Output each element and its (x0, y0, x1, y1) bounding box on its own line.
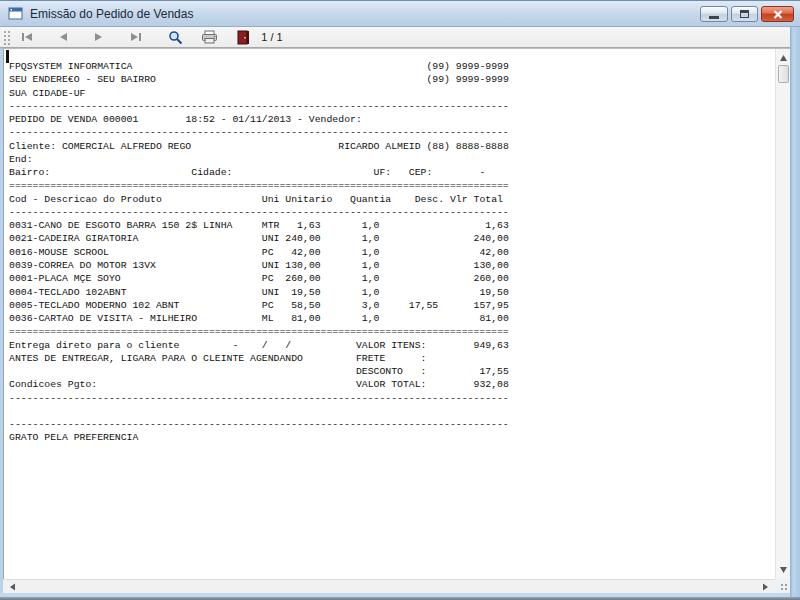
vertical-scrollbar[interactable] (775, 49, 790, 579)
maximize-button[interactable] (731, 6, 758, 22)
last-page-button[interactable] (123, 28, 147, 46)
report-preview-window: Emissão do Pedido de Vendas (0, 0, 800, 597)
scrollbar-corner (775, 579, 790, 593)
form-icon (8, 7, 24, 21)
minimize-button[interactable] (700, 6, 728, 22)
printer-icon (201, 30, 218, 44)
window-title: Emissão do Pedido de Vendas (30, 7, 193, 21)
scroll-up-icon[interactable] (776, 53, 791, 63)
next-page-icon (94, 32, 104, 42)
page-indicator: 1 / 1 (250, 31, 294, 43)
first-page-icon (21, 32, 34, 42)
door-icon (237, 30, 250, 45)
zoom-button[interactable] (163, 28, 187, 46)
scroll-left-icon[interactable] (7, 580, 17, 594)
last-page-icon (129, 32, 142, 42)
previous-page-button[interactable] (51, 28, 75, 46)
print-button[interactable] (197, 28, 221, 46)
close-button[interactable] (761, 6, 794, 22)
scroll-down-icon[interactable] (776, 565, 791, 575)
toolbar-grip[interactable] (2, 29, 11, 45)
next-page-button[interactable] (87, 28, 111, 46)
previous-page-icon (58, 32, 68, 42)
maximize-icon (740, 10, 749, 18)
horizontal-scrollbar[interactable] (3, 579, 775, 593)
scroll-right-icon[interactable] (761, 580, 771, 594)
first-page-button[interactable] (15, 28, 39, 46)
close-icon (773, 10, 783, 19)
preview-toolbar: 1 / 1 (0, 27, 800, 47)
titlebar[interactable]: Emissão do Pedido de Vendas (0, 1, 800, 27)
window-right-border (790, 27, 800, 598)
magnifier-icon (168, 30, 183, 45)
preview-page: FPQSYSTEM INFORMATICA(99) 9999-9999SEU E… (3, 49, 775, 579)
vertical-scroll-thumb[interactable] (778, 65, 789, 83)
minimize-icon (709, 16, 719, 19)
resize-grip-icon[interactable] (780, 583, 788, 591)
